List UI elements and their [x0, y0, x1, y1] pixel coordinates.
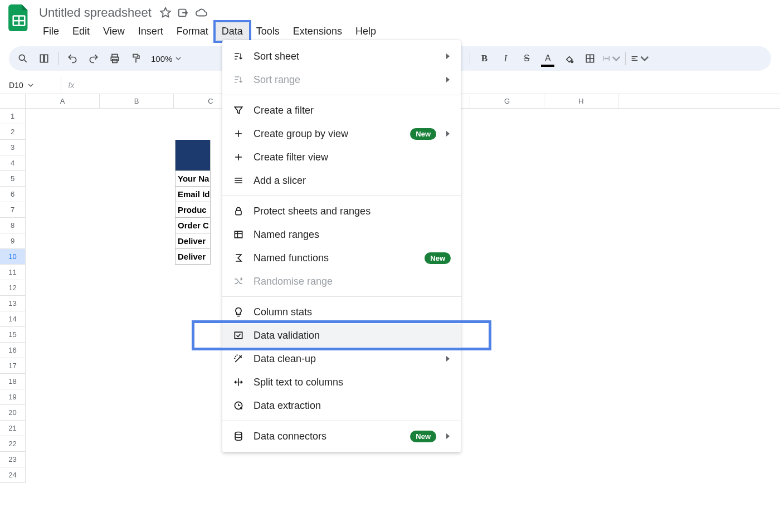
row-header-20[interactable]: 20: [0, 405, 26, 421]
menu-item-data-clean-up[interactable]: Data clean-up: [222, 347, 461, 370]
menu-item-column-stats[interactable]: Column stats: [222, 300, 461, 324]
row-header-8[interactable]: 8: [0, 218, 26, 233]
row-header-19[interactable]: 19: [0, 389, 26, 405]
table-row: Deliver: [176, 248, 210, 264]
menu-item-named-ranges[interactable]: Named ranges: [222, 223, 461, 246]
menu-item-sort-sheet[interactable]: Sort sheet: [222, 45, 461, 68]
bold-button[interactable]: B: [475, 50, 494, 67]
menu-item-protect-sheets-and-ranges[interactable]: Protect sheets and ranges: [222, 199, 461, 223]
row-header-6[interactable]: 6: [0, 187, 26, 202]
col-header-H[interactable]: H: [544, 94, 618, 108]
menu-insert[interactable]: Insert: [132, 22, 169, 41]
menu-item-randomise-range: Randomise range: [222, 270, 461, 293]
select-all-corner[interactable]: [0, 94, 26, 108]
fill-color-button[interactable]: [559, 50, 578, 67]
row-header-11[interactable]: 11: [0, 265, 26, 280]
name-box[interactable]: D10: [0, 76, 61, 94]
row-header-1[interactable]: 1: [0, 109, 26, 124]
menu-item-split-text-to-columns[interactable]: Split text to columns: [222, 370, 461, 394]
svg-rect-31: [235, 332, 242, 339]
row-header-9[interactable]: 9: [0, 233, 26, 249]
row-header-24[interactable]: 24: [0, 467, 26, 483]
menu-file[interactable]: File: [37, 22, 65, 41]
sheets-logo[interactable]: [8, 4, 30, 31]
svg-point-36: [235, 432, 242, 435]
borders-button[interactable]: [581, 50, 599, 67]
zoom-select[interactable]: 100%: [148, 54, 184, 64]
table-header-row: [176, 140, 210, 170]
table-row: Deliver: [176, 233, 210, 248]
move-icon[interactable]: [177, 7, 189, 19]
horizontal-align-button[interactable]: [630, 50, 649, 67]
new-badge: New: [410, 431, 436, 442]
italic-button[interactable]: I: [496, 50, 515, 67]
data-menu-dropdown: Sort sheetSort rangeCreate a filterCreat…: [222, 40, 461, 452]
row-header-15[interactable]: 15: [0, 327, 26, 343]
row-header-7[interactable]: 7: [0, 202, 26, 218]
merge-cells-button[interactable]: [602, 50, 621, 67]
extract-icon: [232, 399, 245, 412]
split-icon: [232, 376, 245, 388]
col-header-G[interactable]: G: [470, 94, 544, 108]
row-header-2[interactable]: 2: [0, 124, 26, 140]
redo-button[interactable]: [84, 50, 103, 67]
row-header-13[interactable]: 13: [0, 296, 26, 311]
col-header-A[interactable]: A: [26, 94, 100, 108]
row-header-16[interactable]: 16: [0, 343, 26, 358]
plus-icon: [232, 151, 245, 163]
menu-item-create-filter-view[interactable]: Create filter view: [222, 145, 461, 169]
strikethrough-button[interactable]: S: [517, 50, 536, 67]
sort-range-icon: [232, 74, 245, 86]
svg-rect-28: [235, 231, 242, 238]
row-header-5[interactable]: 5: [0, 171, 26, 187]
row-headers[interactable]: 123456789101112131415161718192021222324: [0, 109, 26, 483]
row-header-3[interactable]: 3: [0, 140, 26, 155]
submenu-arrow-icon: [445, 353, 451, 365]
cleanup-icon: [232, 353, 245, 365]
menu-help[interactable]: Help: [349, 22, 382, 41]
table-row: Your Na: [176, 170, 210, 186]
submenu-arrow-icon: [445, 74, 451, 86]
row-header-14[interactable]: 14: [0, 311, 26, 327]
fx-icon: fx: [61, 81, 81, 90]
row-header-4[interactable]: 4: [0, 155, 26, 171]
menu-data[interactable]: Data: [216, 22, 249, 41]
doc-title[interactable]: Untitled spreadsheet: [37, 4, 154, 21]
menu-extensions[interactable]: Extensions: [287, 22, 348, 41]
menu-item-data-connectors[interactable]: Data connectorsNew: [222, 424, 461, 448]
table-row: Email Id: [176, 186, 210, 202]
menu-format[interactable]: Format: [170, 22, 214, 41]
menu-tools[interactable]: Tools: [250, 22, 286, 41]
table-row: Produc: [176, 202, 210, 217]
search-icon[interactable]: [13, 50, 32, 67]
row-header-23[interactable]: 23: [0, 452, 26, 467]
menus-icon[interactable]: [35, 50, 53, 67]
row-header-18[interactable]: 18: [0, 374, 26, 389]
star-icon[interactable]: [159, 7, 172, 19]
undo-button[interactable]: [63, 50, 82, 67]
print-button[interactable]: [105, 50, 124, 67]
col-header-B[interactable]: B: [100, 94, 174, 108]
row-header-22[interactable]: 22: [0, 436, 26, 452]
menu-view[interactable]: View: [97, 22, 131, 41]
sort-sheet-icon: [232, 50, 245, 62]
svg-point-33: [237, 355, 238, 356]
menu-item-add-a-slicer[interactable]: Add a slicer: [222, 169, 461, 192]
menu-item-data-extraction[interactable]: Data extraction: [222, 394, 461, 417]
menu-item-named-functions[interactable]: Named functionsNew: [222, 246, 461, 270]
menu-item-create-a-filter[interactable]: Create a filter: [222, 99, 461, 122]
plus-icon: [232, 128, 245, 140]
filter-icon: [232, 104, 245, 116]
menu-item-data-validation[interactable]: Data validation: [222, 324, 461, 347]
row-header-10[interactable]: 10: [0, 249, 26, 265]
table-row: Order C: [176, 217, 210, 233]
row-header-17[interactable]: 17: [0, 358, 26, 374]
lock-icon: [232, 205, 245, 217]
row-header-12[interactable]: 12: [0, 280, 26, 296]
row-header-21[interactable]: 21: [0, 421, 26, 436]
menu-edit[interactable]: Edit: [66, 22, 96, 41]
menu-item-create-group-by-view[interactable]: Create group by viewNew: [222, 122, 461, 145]
paint-format-button[interactable]: [126, 50, 145, 67]
text-color-button[interactable]: A: [538, 50, 557, 67]
cloud-status-icon[interactable]: [195, 7, 207, 19]
